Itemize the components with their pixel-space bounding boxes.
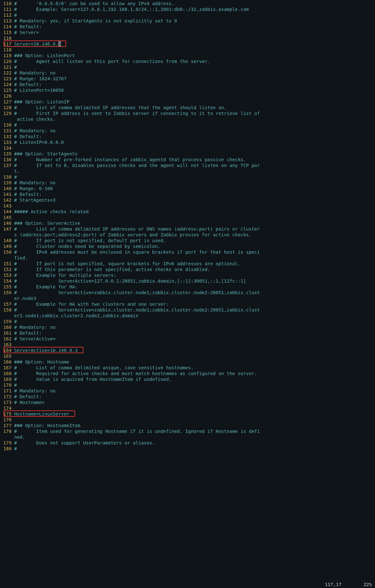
code-line[interactable]: 116 — [0, 35, 375, 41]
code-line[interactable]: 146### Option: ServerActive — [0, 220, 375, 226]
code-line[interactable]: 115# Server= — [0, 30, 375, 35]
cursor-position: 117,17 — [325, 582, 342, 587]
code-line[interactable]: 177### Option: HostnameItem — [0, 423, 375, 428]
code-line[interactable]: 117Server=10.146.0.3 — [0, 41, 375, 47]
line-number: 143 — [0, 203, 13, 209]
code-line[interactable]: er2.node1;zabbix.cluster2.node2,zabbix.d… — [0, 313, 375, 319]
code-line[interactable]: 127### Option: ListenIP — [0, 99, 375, 105]
code-line[interactable]: 156# ServerActive=zabbix.cluster.node1;z… — [0, 290, 375, 295]
line-content: ### Option: StartAgents — [13, 151, 375, 157]
code-line[interactable]: 153# Example for multiple servers: — [0, 272, 375, 278]
code-line[interactable]: 161# Default: — [0, 330, 375, 336]
code-line[interactable]: 175Hostname=LinuxServer — [0, 411, 375, 417]
code-line[interactable]: 173# Hostname= — [0, 399, 375, 405]
code-line[interactable]: 123# Range: 1024-32767 — [0, 76, 375, 82]
code-line[interactable]: 134 — [0, 145, 375, 151]
line-content: ### Option: ListenPort — [13, 53, 375, 58]
code-line[interactable]: 121# — [0, 64, 375, 70]
code-line[interactable]: 143 — [0, 203, 375, 209]
code-line[interactable]: 164ServerActive=10.146.0.3 — [0, 347, 375, 353]
code-line[interactable]: 148# If port is not specified, default p… — [0, 238, 375, 243]
code-line[interactable]: 131# Mandatory: no — [0, 128, 375, 134]
code-line[interactable]: 151# If port is not specified, square br… — [0, 261, 375, 267]
line-number: 161 — [0, 330, 13, 336]
code-line[interactable]: 144##### Active checks related — [0, 209, 375, 215]
code-line[interactable]: 170# — [0, 382, 375, 388]
code-line[interactable]: 119### Option: ListenPort — [0, 53, 375, 58]
code-line[interactable]: active checks. — [0, 116, 375, 122]
line-content: # Default: — [13, 191, 375, 197]
code-line[interactable]: 172# Default: — [0, 394, 375, 399]
line-number: 155 — [0, 284, 13, 290]
line-content: # — [13, 382, 375, 388]
code-line[interactable]: 159# — [0, 319, 375, 324]
code-line[interactable]: 154# ServerActive=127.0.0.1:20051,zabbix… — [0, 278, 375, 284]
code-line[interactable]: 179# Does not support UserParameters or … — [0, 440, 375, 446]
line-content: ### Option: HostnameItem — [13, 423, 375, 428]
line-number: 159 — [0, 319, 13, 324]
code-line[interactable]: 111# Example: Server=127.0.0.1,192.168.1… — [0, 6, 375, 12]
code-line[interactable]: 150# IPv6 addresses must be enclosed in … — [0, 249, 375, 255]
code-line[interactable]: 162# ServerActive= — [0, 336, 375, 342]
code-line[interactable]: 124# Default: — [0, 82, 375, 87]
code-line[interactable]: 171# Mandatory: no — [0, 388, 375, 394]
code-line[interactable]: 155# Example for HA: — [0, 284, 375, 290]
text-editor[interactable]: 110# '0.0.0.0/0' can be used to allow an… — [0, 1, 375, 452]
code-line[interactable]: 132# Default: — [0, 134, 375, 139]
code-line[interactable]: 122# Mandatory: no — [0, 70, 375, 76]
code-line[interactable]: 114# Default: — [0, 24, 375, 30]
code-line[interactable]: fied. — [0, 255, 375, 261]
line-content: # Item used for generating Hostname if i… — [13, 428, 375, 434]
code-line[interactable]: 110# '0.0.0.0/0' can be used to allow an… — [0, 1, 375, 6]
line-number: 147 — [0, 226, 13, 232]
code-line[interactable]: 168# Required for active checks and must… — [0, 371, 375, 376]
code-line[interactable]: 135### Option: StartAgents — [0, 151, 375, 157]
code-line[interactable]: 158# ServerActive=zabbix.cluster.node1;z… — [0, 307, 375, 313]
code-line[interactable]: 140# Range: 0-100 — [0, 186, 375, 191]
line-content: # List of comma delimited IP addresses o… — [13, 226, 375, 232]
code-line[interactable]: 152# If this parameter is not specified,… — [0, 267, 375, 272]
code-line[interactable]: ned. — [0, 434, 375, 440]
code-line[interactable]: 112# — [0, 12, 375, 18]
code-line[interactable]: 125# ListenPort=10050 — [0, 87, 375, 93]
code-line[interactable]: 118 — [0, 47, 375, 53]
code-line[interactable]: 178# Item used for generating Hostname i… — [0, 428, 375, 434]
code-line[interactable]: 176 — [0, 417, 375, 423]
line-number: 138 — [0, 174, 13, 180]
code-line[interactable]: s (address:port;address2:port) of Zabbix… — [0, 232, 375, 238]
code-line[interactable]: 157# Example for HA with two clusters an… — [0, 301, 375, 307]
code-line[interactable]: 137# If set to 0, disables passive check… — [0, 162, 375, 168]
code-line[interactable]: 130# — [0, 122, 375, 128]
line-number: 165 — [0, 353, 13, 359]
line-number: 120 — [0, 58, 13, 64]
line-content: # Range: 0-100 — [13, 186, 375, 191]
code-line[interactable]: 133# ListenIP=0.0.0.0 — [0, 139, 375, 145]
code-line[interactable]: 147# List of comma delimited IP addresse… — [0, 226, 375, 232]
code-line[interactable]: 129# First IP address is sent to Zabbix … — [0, 110, 375, 116]
code-line[interactable]: 138# — [0, 174, 375, 180]
code-line[interactable]: 160# Mandatory: no — [0, 324, 375, 330]
code-line[interactable]: 128# List of comma delimited IP addresse… — [0, 105, 375, 110]
code-line[interactable]: 142# StartAgents=3 — [0, 197, 375, 203]
line-number: 174 — [0, 405, 13, 411]
code-line[interactable]: 141# Default: — [0, 191, 375, 197]
line-content: # List of comma delimited unique, case s… — [13, 365, 375, 371]
code-line[interactable]: 149# Cluster nodes need be separated by … — [0, 243, 375, 249]
line-number: 158 — [0, 307, 13, 313]
code-line[interactable]: 167# List of comma delimited unique, cas… — [0, 365, 375, 371]
code-line[interactable]: 136# Number of pre-forked instances of z… — [0, 157, 375, 162]
code-line[interactable]: 163 — [0, 342, 375, 347]
code-line[interactable]: 145 — [0, 215, 375, 220]
code-line[interactable]: er.node3 — [0, 295, 375, 301]
code-line[interactable]: 169# Value is acquired from HostnameItem… — [0, 376, 375, 382]
line-content: # ServerActive=127.0.0.1:20051,zabbix.do… — [13, 278, 375, 284]
code-line[interactable]: 120# Agent will listen on this port for … — [0, 58, 375, 64]
code-line[interactable]: 165 — [0, 353, 375, 359]
code-line[interactable]: 126 — [0, 93, 375, 99]
code-line[interactable]: 166### Option: Hostname — [0, 359, 375, 365]
code-line[interactable]: 174 — [0, 405, 375, 411]
code-line[interactable]: 139# Mandatory: no — [0, 180, 375, 186]
code-line[interactable]: 180# — [0, 446, 375, 452]
code-line[interactable]: t. — [0, 168, 375, 174]
code-line[interactable]: 113# Mandatory: yes, if StartAgents is n… — [0, 18, 375, 24]
